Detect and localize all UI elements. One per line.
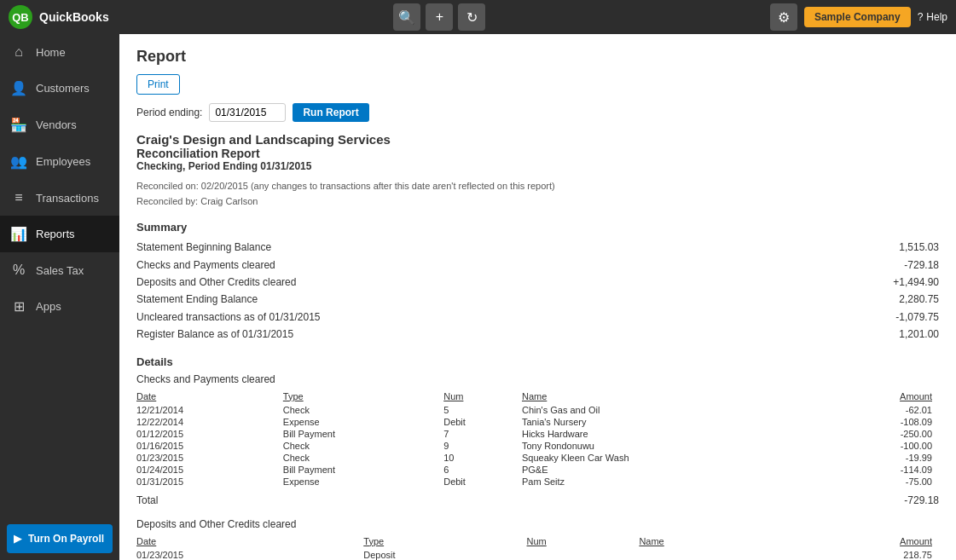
apps-icon: ⊞ bbox=[10, 298, 27, 315]
checks-table: Date Type Num Name Amount 12/21/2014 Che… bbox=[136, 390, 939, 488]
sidebar-item-reports[interactable]: 📊 Reports bbox=[0, 216, 119, 252]
sidebar-item-employees[interactable]: 👥 Employees bbox=[0, 143, 119, 180]
payroll-label: Turn On Payroll bbox=[28, 533, 104, 545]
summary-row-2: Deposits and Other Credits cleared +1,49… bbox=[136, 274, 939, 291]
summary-row-1: Checks and Payments cleared -729.18 bbox=[136, 257, 939, 274]
cell-num bbox=[527, 549, 640, 560]
home-icon: ⌂ bbox=[10, 44, 27, 60]
add-button[interactable]: + bbox=[426, 3, 453, 31]
checks-col-amount: Amount bbox=[832, 390, 939, 404]
cell-amount: -100.00 bbox=[832, 440, 939, 452]
page-title: Report bbox=[136, 48, 939, 66]
customers-icon: 👤 bbox=[10, 80, 27, 96]
cell-amount: -75.00 bbox=[832, 476, 939, 488]
report-subtitle: Reconciliation Report bbox=[136, 147, 939, 160]
cell-amount: -19.99 bbox=[832, 452, 939, 464]
cell-date: 01/16/2015 bbox=[136, 440, 283, 452]
search-button[interactable]: 🔍 bbox=[393, 3, 420, 31]
sidebar-label-vendors: Vendors bbox=[36, 118, 77, 131]
cell-name: PG&E bbox=[522, 464, 832, 476]
cell-num: Debit bbox=[443, 416, 522, 428]
cell-amount: -250.00 bbox=[832, 428, 939, 440]
print-button[interactable]: Print bbox=[136, 74, 180, 95]
summary-row-0: Statement Beginning Balance 1,515.03 bbox=[136, 239, 939, 256]
cell-date: 01/12/2015 bbox=[136, 428, 283, 440]
dep-col-amount: Amount bbox=[773, 535, 939, 549]
run-report-button[interactable]: Run Report bbox=[293, 103, 368, 122]
dep-col-type: Type bbox=[363, 535, 526, 549]
cell-num: 7 bbox=[443, 428, 522, 440]
topbar: QB QuickBooks 🔍 + ↻ ⚙ Sample Company ? H… bbox=[0, 0, 956, 34]
checks-section-title: Checks and Payments cleared bbox=[136, 373, 939, 385]
summary-label-3: Statement Ending Balance bbox=[136, 291, 871, 308]
sidebar-item-home[interactable]: ⌂ Home bbox=[0, 34, 119, 70]
sidebar-item-customers[interactable]: 👤 Customers bbox=[0, 70, 119, 107]
cell-name: Tania's Nursery bbox=[522, 416, 832, 428]
summary-row-3: Statement Ending Balance 2,280.75 bbox=[136, 291, 939, 308]
checks-col-num: Num bbox=[443, 390, 522, 404]
table-row: 01/31/2015 Expense Debit Pam Seitz -75.0… bbox=[136, 476, 939, 488]
checks-total-row: Total -729.18 bbox=[136, 494, 939, 506]
sidebar-item-sales-tax[interactable]: % Sales Tax bbox=[0, 252, 119, 288]
content-area: Report Print Period ending: Run Report C… bbox=[119, 34, 956, 560]
summary-label-1: Checks and Payments cleared bbox=[136, 257, 871, 274]
payroll-icon: ▶ bbox=[14, 533, 21, 545]
qb-logo: QB bbox=[9, 5, 32, 29]
cell-amount: -62.01 bbox=[832, 404, 939, 416]
reports-icon: 📊 bbox=[10, 226, 27, 242]
reconciled-on: Reconciled on: 02/20/2015 (any changes t… bbox=[136, 179, 939, 194]
period-label: Period ending: bbox=[136, 107, 202, 118]
summary-table: Statement Beginning Balance 1,515.03 Che… bbox=[136, 239, 939, 343]
cell-amount: -108.09 bbox=[832, 416, 939, 428]
details-header: Details bbox=[136, 355, 939, 368]
help-label: Help bbox=[926, 11, 947, 23]
checks-col-type: Type bbox=[283, 390, 443, 404]
checks-total-value: -729.18 bbox=[871, 494, 939, 506]
sidebar-item-transactions[interactable]: ≡ Transactions bbox=[0, 180, 119, 216]
search-icon: 🔍 bbox=[398, 9, 415, 26]
company-button[interactable]: Sample Company bbox=[804, 7, 911, 27]
dep-col-date: Date bbox=[136, 535, 363, 549]
sidebar-label-sales-tax: Sales Tax bbox=[36, 264, 84, 277]
report-period: Checking, Period Ending 01/31/2015 bbox=[136, 160, 939, 172]
dep-col-name: Name bbox=[639, 535, 773, 549]
refresh-button[interactable]: ↻ bbox=[458, 3, 485, 31]
cell-type: Expense bbox=[283, 476, 443, 488]
cell-num: 10 bbox=[443, 452, 522, 464]
cell-date: 01/23/2015 bbox=[136, 549, 363, 560]
period-input[interactable] bbox=[209, 103, 286, 122]
table-row: 12/22/2014 Expense Debit Tania's Nursery… bbox=[136, 416, 939, 428]
settings-button[interactable]: ⚙ bbox=[770, 3, 797, 31]
sidebar-label-home: Home bbox=[36, 46, 66, 59]
cell-date: 12/22/2014 bbox=[136, 416, 283, 428]
topbar-right: ⚙ Sample Company ? Help bbox=[770, 3, 947, 31]
cell-amount: 218.75 bbox=[773, 549, 939, 560]
summary-label-2: Deposits and Other Credits cleared bbox=[136, 274, 871, 291]
cell-type: Check bbox=[283, 440, 443, 452]
help-button[interactable]: ? Help bbox=[918, 11, 947, 23]
payroll-button[interactable]: ▶ Turn On Payroll bbox=[7, 524, 113, 553]
summary-value-1: -729.18 bbox=[871, 257, 939, 274]
cell-date: 12/21/2014 bbox=[136, 404, 283, 416]
summary-value-2: +1,494.90 bbox=[871, 274, 939, 291]
transactions-icon: ≡ bbox=[10, 190, 27, 205]
summary-value-4: -1,079.75 bbox=[871, 309, 939, 326]
table-row: 01/12/2015 Bill Payment 7 Hicks Hardware… bbox=[136, 428, 939, 440]
cell-date: 01/31/2015 bbox=[136, 476, 283, 488]
summary-value-0: 1,515.03 bbox=[871, 239, 939, 256]
summary-value-3: 2,280.75 bbox=[871, 291, 939, 308]
cell-date: 01/23/2015 bbox=[136, 452, 283, 464]
reconciled-info: Reconciled on: 02/20/2015 (any changes t… bbox=[136, 179, 939, 209]
cell-name: Hicks Hardware bbox=[522, 428, 832, 440]
gear-icon: ⚙ bbox=[778, 9, 790, 26]
sidebar-item-vendors[interactable]: 🏪 Vendors bbox=[0, 107, 119, 143]
sidebar-item-apps[interactable]: ⊞ Apps bbox=[0, 288, 119, 325]
table-row: 01/23/2015 Deposit 218.75 bbox=[136, 549, 939, 560]
cell-name bbox=[639, 549, 773, 560]
cell-type: Check bbox=[283, 452, 443, 464]
cell-num: 9 bbox=[443, 440, 522, 452]
table-row: 01/24/2015 Bill Payment 6 PG&E -114.09 bbox=[136, 464, 939, 476]
period-row: Period ending: Run Report bbox=[136, 103, 939, 122]
sales-tax-icon: % bbox=[10, 263, 27, 278]
summary-row-4: Uncleared transactions as of 01/31/2015 … bbox=[136, 309, 939, 326]
